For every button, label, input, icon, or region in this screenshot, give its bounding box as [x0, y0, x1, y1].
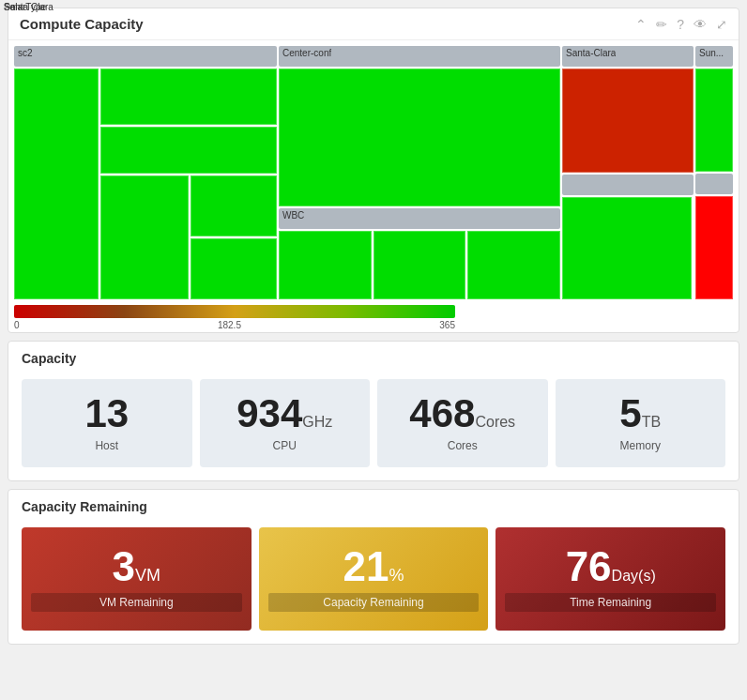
vm-number: 3VM — [31, 546, 242, 587]
vm-label: VM Remaining — [31, 593, 242, 612]
compute-capacity-card: Compute Capacity ⌃ ✏ ? 👁 ⤢ sc2 — [8, 8, 739, 333]
tm-sunnyvale-col: Sun... — [695, 68, 733, 299]
cpu-unit: GHz — [302, 414, 332, 430]
legend-max: 365 — [439, 320, 455, 330]
treemap-container: sc2 — [8, 40, 739, 301]
treemap: sc2 — [14, 46, 733, 299]
remaining-tile-capacity: 21% Capacity Remaining — [259, 527, 489, 631]
tm-block-wbc-1 — [279, 231, 372, 299]
tm-label-sc2: sc2 — [18, 48, 33, 58]
host-number: 13 — [31, 394, 183, 434]
legend-mid: 182.5 — [218, 320, 241, 330]
vm-unit: VM — [135, 566, 160, 585]
cores-number: 468Cores — [387, 394, 539, 434]
remaining-tile-vm: 3VM VM Remaining — [22, 527, 252, 631]
cpu-label: CPU — [209, 439, 361, 452]
tm-header-sunnyvale: Sun... — [695, 46, 733, 67]
help-icon[interactable]: ? — [677, 17, 684, 32]
tm-right-content: Santa Clara SolarType Sun... — [562, 68, 733, 299]
remaining-title: Capacity Remaining — [8, 490, 739, 520]
capacity-tile-cores: 468Cores Cores — [377, 379, 548, 467]
tm-header-sc2: sc2 — [14, 46, 277, 67]
chevron-up-icon[interactable]: ⌃ — [635, 17, 647, 32]
tm-header-wbc: WBC — [279, 208, 560, 229]
tm-block-sc2-2 — [100, 68, 277, 125]
time-label: Time Remaining — [505, 593, 716, 612]
capacity-title: Capacity — [8, 342, 739, 372]
tm-block-sc2-3 — [100, 127, 277, 174]
capacity-pct-number: 21% — [268, 546, 480, 587]
tm-center-content: WBC — [279, 68, 560, 299]
memory-number: 5TB — [565, 394, 717, 434]
legend-min: 0 — [14, 320, 20, 330]
memory-label: Memory — [565, 439, 717, 452]
remaining-card: Capacity Remaining 3VM VM Remaining 21% … — [8, 489, 739, 645]
tm-block-sun-1 — [695, 68, 733, 172]
legend-labels: 0 182.5 365 — [14, 320, 455, 330]
tm-label-center: Center-conf — [282, 48, 331, 58]
tm-block-red-1 — [562, 68, 694, 173]
capacity-tile-cpu: 934GHz CPU — [200, 379, 371, 467]
expand-icon[interactable]: ⤢ — [716, 17, 727, 32]
capacity-grid: 13 Host 934GHz CPU 468Cores Cores 5TB Me… — [8, 372, 739, 480]
time-number: 76Day(s) — [505, 546, 716, 587]
memory-unit: TB — [642, 414, 661, 430]
tm-block-pure-red — [695, 196, 733, 299]
tm-sc2-content — [14, 68, 277, 299]
cores-unit: Cores — [475, 414, 515, 430]
tm-sc-col: Santa Clara SolarType — [562, 68, 694, 299]
tm-sc2-bottom — [100, 175, 277, 299]
tm-block-sc2-6 — [191, 238, 277, 299]
capacity-card: Capacity 13 Host 934GHz CPU 468Cores Cor… — [8, 341, 739, 481]
tm-label-sunnyvale: Sun... — [699, 48, 724, 58]
capacity-pct-unit: % — [389, 566, 404, 585]
tm-sc2-right — [100, 68, 277, 299]
treemap-col-left: sc2 — [14, 46, 277, 299]
card-header: Compute Capacity ⌃ ✏ ? 👁 ⤢ — [8, 8, 739, 40]
treemap-col-mid: Center-conf WBC — [279, 46, 560, 299]
tm-block-sc2-5 — [191, 175, 277, 236]
capacity-tile-host: 13 Host — [22, 379, 192, 467]
cpu-number: 934GHz — [209, 394, 361, 434]
capacity-pct-label: Capacity Remaining — [268, 593, 480, 612]
tm-block-sc2-1 — [14, 68, 99, 299]
tm-header-center: Center-conf — [279, 46, 560, 67]
card-title: Compute Capacity — [20, 16, 144, 32]
legend-container: 0 182.5 365 — [8, 301, 739, 332]
tm-label-santa-clara: Santa-Clara — [566, 48, 616, 58]
capacity-tile-memory: 5TB Memory — [556, 379, 726, 467]
tm-wbc-content — [279, 231, 560, 299]
eye-icon[interactable]: 👁 — [694, 17, 707, 32]
remaining-tile-time: 76Day(s) Time Remaining — [495, 527, 725, 631]
tm-label-wbc: WBC — [282, 210, 304, 221]
edit-icon[interactable]: ✏ — [656, 17, 667, 32]
tm-header-sunnyvale-2: Sun... — [695, 174, 733, 194]
tm-sc2-bottom-right — [191, 175, 277, 299]
tm-block-center-1 — [279, 68, 560, 206]
tm-block-wbc-3 — [467, 231, 560, 299]
tm-right-headers: Santa-Clara Sun... — [562, 46, 733, 67]
tm-header-santa-clara: Santa-Clara — [562, 46, 694, 67]
legend-bar — [14, 305, 455, 318]
time-unit: Day(s) — [612, 568, 656, 584]
tm-header-santa-clara-2: Santa Clara — [562, 175, 694, 195]
tm-label-sunnyvale-2: Sun... — [8, 8, 23, 10]
header-icons: ⌃ ✏ ? 👁 ⤢ — [635, 17, 727, 32]
tm-sc-bottom: SolarType — [562, 197, 694, 299]
tm-block-sc2-4 — [100, 175, 189, 299]
tm-block-sc-green — [562, 197, 692, 299]
host-label: Host — [31, 439, 183, 452]
treemap-col-right: Santa-Clara Sun... Santa Clara — [562, 46, 733, 299]
cores-label: Cores — [387, 439, 539, 452]
remaining-grid: 3VM VM Remaining 21% Capacity Remaining … — [8, 520, 739, 644]
tm-block-wbc-2 — [374, 231, 466, 299]
